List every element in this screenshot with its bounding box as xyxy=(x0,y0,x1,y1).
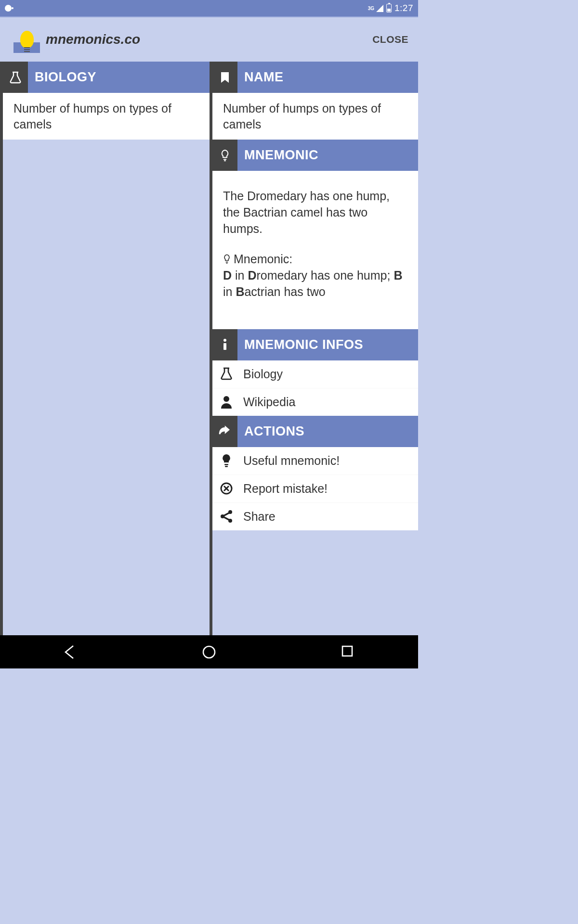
home-button[interactable] xyxy=(201,644,217,660)
clock-label: 1:27 xyxy=(394,3,413,13)
flask-icon xyxy=(3,62,28,93)
category-item[interactable]: Number of humps on types of camels xyxy=(3,93,210,140)
info-icon xyxy=(212,329,237,360)
category-header: BIOLOGY xyxy=(3,62,210,93)
action-report[interactable]: Report mistake! xyxy=(212,475,418,502)
action-share[interactable]: Share xyxy=(212,502,418,530)
detail-pane: NAME Number of humps on types of camels … xyxy=(210,62,418,635)
cell-signal-icon xyxy=(376,5,383,12)
share-out-icon xyxy=(212,416,237,447)
network-type-label: 3G xyxy=(368,6,374,11)
share-icon xyxy=(218,510,235,523)
flask-icon xyxy=(218,367,235,381)
actions-header: ACTIONS xyxy=(212,416,418,447)
action-useful[interactable]: Useful mnemonic! xyxy=(212,447,418,475)
mnemonic-header: MNEMONIC xyxy=(212,140,418,171)
recent-apps-button[interactable] xyxy=(340,644,356,660)
back-button[interactable] xyxy=(62,644,78,660)
app-title: mnemonics.co xyxy=(46,32,140,47)
mnemonic-label: Mnemonic: xyxy=(234,252,292,266)
mnemonic-title: MNEMONIC xyxy=(237,140,418,171)
info-item-biology[interactable]: Biology xyxy=(212,360,418,388)
svg-rect-6 xyxy=(223,343,226,350)
svg-point-19 xyxy=(203,646,215,658)
actions-title: ACTIONS xyxy=(237,416,418,447)
info-item-wikipedia[interactable]: Wikipedia xyxy=(212,388,418,416)
error-circle-icon xyxy=(218,482,235,495)
svg-rect-9 xyxy=(224,464,228,465)
status-bar: 3G 1:27 xyxy=(0,0,418,16)
svg-rect-10 xyxy=(225,466,228,467)
app-logo-icon xyxy=(13,26,40,53)
bookmark-icon xyxy=(212,62,237,93)
android-nav-bar xyxy=(0,635,418,668)
action-label: Report mistake! xyxy=(243,482,328,496)
battery-icon xyxy=(386,4,392,13)
lightbulb-icon xyxy=(218,454,235,467)
info-item-label: Biology xyxy=(243,367,283,381)
name-value: Number of humps on types of camels xyxy=(212,93,418,140)
category-title: BIOLOGY xyxy=(28,62,210,93)
infos-header: MNEMONIC INFOS xyxy=(212,329,418,360)
svg-rect-18 xyxy=(222,515,230,521)
user-icon xyxy=(218,395,235,409)
close-button[interactable]: CLOSE xyxy=(372,34,408,45)
infos-title: MNEMONIC INFOS xyxy=(237,329,418,360)
name-title: NAME xyxy=(237,62,418,93)
svg-rect-20 xyxy=(342,646,352,656)
lightbulb-icon xyxy=(212,140,237,171)
category-pane: BIOLOGY Number of humps on types of came… xyxy=(0,62,210,635)
action-label: Share xyxy=(243,510,276,524)
name-header: NAME xyxy=(212,62,418,93)
svg-point-8 xyxy=(223,396,229,402)
action-label: Useful mnemonic! xyxy=(243,454,340,468)
svg-point-5 xyxy=(223,339,226,342)
app-bar: mnemonics.co CLOSE xyxy=(0,16,418,62)
info-item-label: Wikipedia xyxy=(243,395,295,409)
mnemonic-content: The Dromedary has one hump, the Bactrian… xyxy=(212,171,418,329)
mnemonic-line: D in Dromedary has one hump; B in Bactri… xyxy=(223,269,402,298)
sync-icon xyxy=(5,5,12,12)
mnemonic-intro: The Dromedary has one hump, the Bactrian… xyxy=(223,189,390,235)
lightbulb-inline-icon xyxy=(223,254,231,264)
